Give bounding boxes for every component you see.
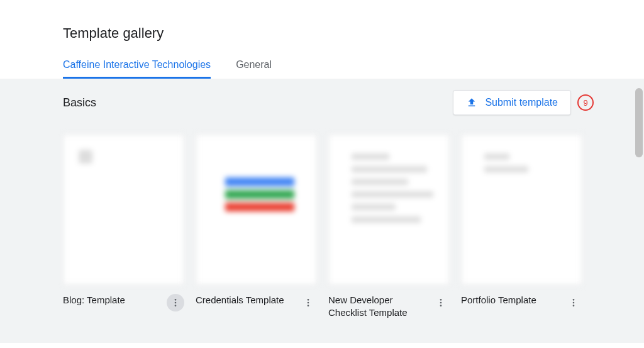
scrollbar[interactable]	[635, 88, 643, 157]
section-row: Basics Submit template 9	[63, 90, 594, 115]
template-name: Blog: Template	[63, 294, 162, 306]
more-options-button[interactable]	[432, 294, 450, 312]
section-title: Basics	[63, 96, 96, 109]
template-card: Blog: Template	[63, 134, 184, 320]
template-thumbnail[interactable]	[63, 134, 184, 285]
svg-point-9	[573, 299, 575, 301]
content-area: Basics Submit template 9 Blog: Template	[0, 79, 644, 343]
tab-caffeine[interactable]: Caffeine Interactive Technologies	[63, 59, 211, 79]
header: Template gallery Caffeine Interactive Te…	[0, 0, 644, 79]
template-thumbnail[interactable]	[196, 134, 317, 285]
more-vertical-icon	[436, 298, 446, 308]
template-thumbnail[interactable]	[328, 134, 450, 285]
svg-point-0	[175, 299, 177, 301]
annotation-badge: 9	[577, 94, 594, 111]
svg-point-10	[573, 302, 575, 304]
svg-point-11	[573, 305, 575, 306]
template-name: Credentials Template	[196, 294, 294, 306]
template-card: Portfolio Template	[461, 134, 582, 320]
template-name: Portfolio Template	[461, 294, 560, 306]
tabs: Caffeine Interactive Technologies Genera…	[63, 59, 644, 79]
submit-group: Submit template 9	[453, 90, 594, 115]
svg-point-3	[308, 299, 309, 301]
svg-point-7	[440, 302, 442, 304]
tab-general[interactable]: General	[236, 59, 272, 79]
template-thumbnail[interactable]	[461, 134, 582, 285]
more-options-button[interactable]	[565, 294, 582, 312]
svg-point-6	[440, 299, 442, 301]
page-title: Template gallery	[63, 25, 644, 42]
submit-template-button[interactable]: Submit template	[453, 90, 571, 115]
more-vertical-icon	[170, 298, 180, 308]
template-card: Credentials Template	[196, 134, 317, 320]
svg-point-5	[308, 305, 309, 306]
more-options-button[interactable]	[299, 294, 317, 312]
more-vertical-icon	[303, 298, 313, 308]
upload-icon	[466, 97, 477, 108]
template-name: New Developer Checklist Template	[328, 294, 427, 320]
svg-point-1	[175, 302, 177, 304]
templates-grid: Blog: Template Credentials Template	[63, 134, 594, 320]
submit-template-label: Submit template	[485, 97, 558, 108]
svg-point-2	[175, 305, 177, 306]
template-card: New Developer Checklist Template	[328, 134, 450, 320]
svg-point-8	[440, 305, 442, 306]
svg-point-4	[308, 302, 309, 304]
more-vertical-icon	[569, 298, 579, 308]
more-options-button[interactable]	[167, 294, 184, 312]
